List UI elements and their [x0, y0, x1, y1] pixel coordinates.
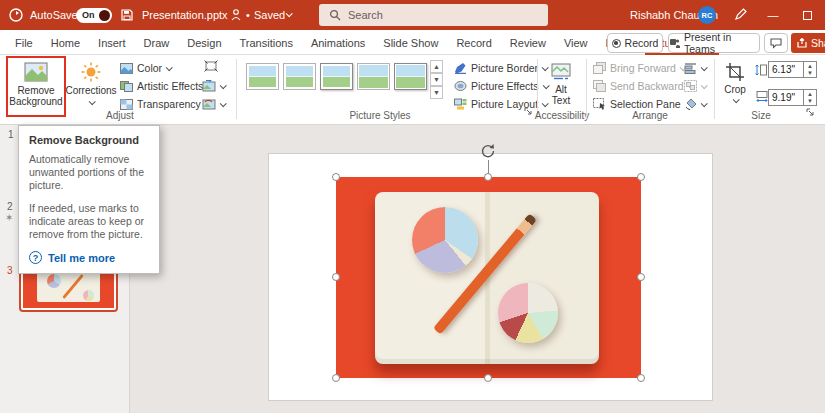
- size-group-label: Size: [726, 110, 796, 121]
- reset-picture-button[interactable]: [202, 95, 225, 113]
- transparency-icon: [120, 99, 133, 110]
- tab-draw[interactable]: Draw: [135, 30, 179, 55]
- saved-chevron-icon[interactable]: [286, 10, 293, 17]
- share-button[interactable]: Share: [791, 33, 825, 53]
- send-backward-label: Send Backward: [610, 80, 684, 92]
- chevron-down-icon: [220, 82, 227, 89]
- resize-handle-bottom-right[interactable]: [637, 374, 645, 382]
- tab-view[interactable]: View: [555, 30, 597, 55]
- slide-1-number: 1: [8, 129, 14, 140]
- picture-layout-icon: [454, 98, 467, 110]
- resize-handle-bottom-left[interactable]: [332, 374, 340, 382]
- avatar[interactable]: RC: [698, 6, 716, 24]
- crop-button[interactable]: Crop: [719, 58, 751, 115]
- color-button[interactable]: Color: [120, 59, 171, 77]
- tab-file[interactable]: File: [6, 30, 42, 55]
- alt-text-button[interactable]: Alt Text: [543, 58, 579, 115]
- pie-chart-top-left: [412, 207, 478, 273]
- corrections-label: Corrections: [65, 85, 116, 96]
- title-bar: AutoSave On Presentation.pptx • Saved Se…: [0, 0, 825, 30]
- arrange-group-label: Arrange: [605, 110, 695, 121]
- ribbon-tab-row: File Home Insert Draw Design Transitions…: [0, 30, 825, 55]
- picture-style-5[interactable]: [394, 63, 427, 90]
- minimize-button[interactable]: —: [760, 0, 786, 30]
- picture-effects-button[interactable]: Picture Effects: [454, 77, 548, 95]
- resize-handle-top-left[interactable]: [332, 173, 340, 181]
- artistic-effects-icon: [120, 81, 133, 92]
- picture-style-3[interactable]: [320, 63, 353, 90]
- color-label: Color: [137, 62, 162, 74]
- rotation-handle-icon[interactable]: [480, 143, 496, 159]
- picture-border-icon: [454, 62, 467, 74]
- tab-slide-show[interactable]: Slide Show: [374, 30, 447, 55]
- picture-border-button[interactable]: Picture Border: [454, 59, 547, 77]
- bring-forward-label: Bring Forward: [610, 62, 676, 74]
- slide-2-number: 2: [7, 201, 13, 212]
- gallery-more-button[interactable]: ▼: [430, 86, 443, 99]
- selected-picture[interactable]: [336, 177, 641, 378]
- shape-width-field[interactable]: 9.19": [768, 89, 804, 106]
- share-icon: [797, 38, 807, 48]
- shape-width-value: 9.19": [772, 92, 795, 103]
- corrections-button[interactable]: Corrections: [68, 58, 114, 115]
- shape-height-field[interactable]: 6.13": [768, 61, 804, 78]
- gallery-scroll-up-button[interactable]: ▲: [430, 60, 443, 73]
- save-icon[interactable]: [120, 8, 134, 22]
- accessibility-group-label: Accessibility: [522, 110, 602, 121]
- slide-3-mini-pie-1: [47, 274, 61, 288]
- ribbon: Remove Background Corrections Color Arti…: [0, 55, 825, 125]
- resize-handle-middle-left[interactable]: [332, 273, 340, 281]
- tab-review[interactable]: Review: [501, 30, 555, 55]
- record-button[interactable]: Record: [607, 33, 663, 53]
- present-in-teams-button[interactable]: Present in Teams: [668, 33, 760, 53]
- send-backward-button: Send Backward: [593, 77, 693, 95]
- gallery-scroll-down-button[interactable]: ▼: [430, 73, 443, 86]
- align-objects-button[interactable]: [684, 59, 706, 77]
- shape-height-icon: [755, 63, 767, 77]
- autosave-toggle[interactable]: On: [76, 8, 112, 23]
- crop-icon: [725, 62, 745, 82]
- chevron-down-icon: [166, 64, 173, 71]
- tell-me-more-link[interactable]: ? Tell me more: [29, 251, 149, 264]
- tooltip-title: Remove Background: [29, 134, 149, 146]
- picture-style-1[interactable]: [246, 63, 279, 90]
- tab-animations[interactable]: Animations: [302, 30, 374, 55]
- resize-handle-middle-right[interactable]: [637, 273, 645, 281]
- shape-height-spinner[interactable]: ▲▼: [804, 61, 817, 78]
- picture-effects-icon: [454, 80, 467, 92]
- tab-record[interactable]: Record: [447, 30, 500, 55]
- app-icon[interactable]: [8, 7, 24, 23]
- search-input[interactable]: Search: [319, 4, 548, 26]
- shared-people-icon[interactable]: [231, 8, 242, 21]
- chevron-down-icon: [88, 98, 95, 105]
- change-picture-button[interactable]: [202, 77, 225, 95]
- document-title[interactable]: Presentation.pptx: [142, 9, 228, 21]
- resize-handle-bottom-middle[interactable]: [484, 374, 492, 382]
- maximize-button[interactable]: [794, 0, 820, 30]
- artistic-effects-button[interactable]: Artistic Effects: [120, 77, 212, 95]
- compress-pictures-icon[interactable]: [204, 60, 218, 72]
- tab-insert[interactable]: Insert: [89, 30, 135, 55]
- comments-button[interactable]: [764, 33, 788, 53]
- inking-pen-icon[interactable]: [733, 7, 748, 22]
- remove-background-label: Remove Background: [8, 85, 64, 107]
- tab-design[interactable]: Design: [178, 30, 230, 55]
- tab-transitions[interactable]: Transitions: [231, 30, 302, 55]
- resize-handle-top-right[interactable]: [637, 173, 645, 181]
- remove-background-button[interactable]: Remove Background: [8, 58, 64, 115]
- change-picture-icon: [202, 80, 216, 92]
- teams-icon: [669, 38, 680, 49]
- size-dialog-launcher[interactable]: [806, 108, 815, 117]
- help-question-icon: ?: [29, 251, 42, 264]
- resize-handle-top-middle[interactable]: [484, 173, 492, 181]
- share-button-label: Share: [811, 37, 825, 49]
- shape-width-spinner[interactable]: ▲▼: [804, 89, 817, 106]
- saved-status[interactable]: Saved: [254, 9, 285, 21]
- search-placeholder: Search: [348, 9, 383, 21]
- reset-picture-icon: [202, 98, 216, 110]
- color-icon: [120, 63, 133, 74]
- picture-style-2[interactable]: [283, 63, 316, 90]
- picture-style-4[interactable]: [357, 63, 390, 90]
- chevron-down-icon: [732, 96, 739, 103]
- tab-home[interactable]: Home: [42, 30, 89, 55]
